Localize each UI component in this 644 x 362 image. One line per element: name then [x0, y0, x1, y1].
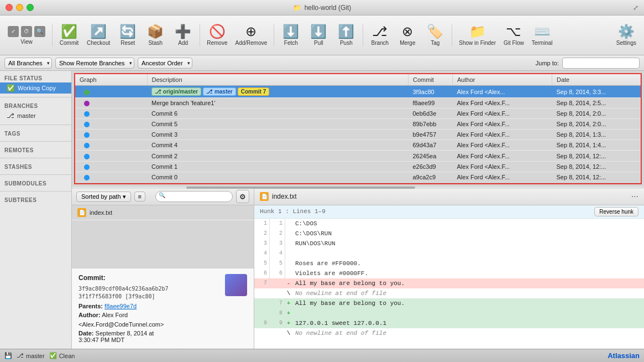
- diff-line: 55 Roses are #FF0000.: [254, 258, 644, 268]
- remote-filter-wrap[interactable]: Show Remote Branches: [55, 58, 134, 69]
- graph-dot: [84, 111, 90, 117]
- toolbar-view[interactable]: ✓ ⏱ 🔍 View: [4, 19, 49, 52]
- sidebar-divider-2: [0, 125, 71, 125]
- toolbar-add[interactable]: ➕ Add: [170, 19, 196, 52]
- table-row[interactable]: Commit 60eb6d3eAlex Ford <Alex.F...Sep 8…: [75, 108, 641, 119]
- branch-filter-wrap[interactable]: All Branches: [4, 58, 52, 69]
- description-cell: Commit 2: [147, 151, 409, 161]
- author-cell: Alex Ford <Alex.F...: [453, 151, 552, 161]
- table-row[interactable]: ⎇ origin/master⎇ masterCommit 73f9ac80Al…: [75, 86, 641, 98]
- toolbar-remove[interactable]: 🚫 Remove: [203, 19, 231, 52]
- remote-filter[interactable]: Show Remote Branches: [55, 58, 134, 69]
- table-row[interactable]: Merge branch 'feature1'f8aee99Alex Ford …: [75, 98, 641, 108]
- titlebar-right: ⤢: [633, 4, 638, 12]
- toolbar-pull[interactable]: ⬇️ Pull: [305, 19, 332, 52]
- sort-button[interactable]: Sorted by path ▾: [76, 192, 131, 202]
- table-row[interactable]: Commit 1e26c3d9Alex Ford <Alex.F...Sep 8…: [75, 161, 641, 172]
- toolbar-show-in-finder[interactable]: 📁 Show in Finder: [455, 19, 499, 52]
- fetch-icon: ⬇️: [282, 25, 299, 38]
- toolbar-branch[interactable]: ⎇ Branch: [366, 19, 393, 52]
- diff-line: 7-All my base are belong to you.: [254, 278, 644, 288]
- author-label: Author:: [78, 312, 101, 318]
- toolbar-git-flow[interactable]: ⌥ Git Flow: [500, 19, 527, 52]
- table-row[interactable]: Commit 0a9ca2c9Alex Ford <Alex.F...Sep 8…: [75, 172, 641, 182]
- diff-line: 99+127.0.0.1 sweet 127.0.0.1: [254, 318, 644, 328]
- sidebar-divider-5: [0, 174, 71, 175]
- date-cell: Sep 8, 2014, 12:...: [552, 172, 641, 182]
- statusbar-branch: ⎇ master: [17, 352, 45, 359]
- sidebar-item-master[interactable]: ⎇ master: [0, 110, 71, 121]
- content-area: Graph Description Commit Author Date ⎇ o…: [72, 71, 644, 349]
- toolbar-terminal[interactable]: ⌨️ Terminal: [528, 19, 556, 52]
- parent-link[interactable]: f8aee99e7d: [104, 303, 137, 309]
- working-copy-icon: ✅: [7, 84, 15, 92]
- toolbar-add-remove[interactable]: ⊕ Add/Remove: [232, 19, 271, 52]
- toolbar-commit[interactable]: ✅ Commit: [56, 19, 82, 52]
- line-content: Violets are #0000FF.: [292, 268, 644, 278]
- table-row[interactable]: Commit 589b7ebbAlex Ford <Alex.F...Sep 8…: [75, 119, 641, 130]
- toolbar-fetch[interactable]: ⬇️ Fetch: [278, 19, 304, 52]
- sidebar-divider-6: [0, 191, 71, 192]
- line-num-old: 9: [254, 318, 270, 328]
- line-num-old: 6: [254, 268, 270, 278]
- commit-list[interactable]: Graph Description Commit Author Date ⎇ o…: [75, 74, 641, 183]
- file-item-indextxt[interactable]: 📄 index.txt: [72, 205, 254, 220]
- col-graph: Graph: [75, 74, 147, 86]
- maximize-button[interactable]: [27, 4, 34, 11]
- branch-tag-origin: ⎇ origin/master: [151, 87, 201, 96]
- jump-to-input[interactable]: [562, 58, 640, 69]
- line-prefix: +: [285, 318, 292, 328]
- graph-cell: [75, 161, 147, 172]
- description-cell: Commit 0: [147, 172, 409, 182]
- branch-filter[interactable]: All Branches: [4, 58, 52, 69]
- file-search-input[interactable]: [155, 191, 233, 202]
- toolbar-merge[interactable]: ⊗ Merge: [394, 19, 421, 52]
- reverse-hunk-button[interactable]: Reverse hunk: [594, 207, 638, 216]
- file-search-wrap: [155, 191, 233, 202]
- table-row[interactable]: Commit 469d43a7Alex Ford <Alex.F...Sep 8…: [75, 140, 641, 151]
- filterbar: All Branches Show Remote Branches Ancest…: [0, 55, 644, 71]
- file-list-gear-button[interactable]: ⚙: [236, 190, 249, 203]
- line-num-new: 4: [270, 249, 285, 258]
- avatar-image: [225, 274, 247, 296]
- list-view-button[interactable]: ≡: [134, 192, 145, 201]
- graph-cell: [75, 172, 147, 182]
- sidebar-section-file-status: FILE STATUS ✅ Working Copy: [0, 71, 71, 96]
- sidebar-divider-3: [0, 141, 71, 142]
- graph-dot: [84, 132, 90, 138]
- push-icon: ⬆️: [338, 25, 354, 38]
- toolbar-checkout[interactable]: ↗️ Checkout: [83, 19, 113, 52]
- window-controls[interactable]: [6, 4, 34, 11]
- sidebar-item-working-copy[interactable]: ✅ Working Copy: [0, 82, 71, 94]
- addremove-icon: ⊕: [245, 25, 256, 38]
- jump-to-label: Jump to:: [536, 60, 559, 66]
- table-row[interactable]: Commit 3b9e4757Alex Ford <Alex.F...Sep 8…: [75, 130, 641, 140]
- order-filter-wrap[interactable]: Ancestor Order: [138, 58, 192, 69]
- line-num-old: 4: [254, 249, 270, 258]
- toolbar-stash[interactable]: 📦 Stash: [142, 19, 169, 52]
- line-prefix: +: [285, 298, 292, 308]
- commit-hash: 3f9ac809cdf00a4c9236aa6b2b73f1f7f5683f00…: [78, 285, 221, 301]
- line-num-new: 7: [270, 298, 285, 308]
- diff-line: 66 Violets are #0000FF.: [254, 268, 644, 278]
- sidebar-section-tags: TAGS: [0, 126, 71, 140]
- close-button[interactable]: [6, 4, 13, 11]
- date-cell: Sep 8, 2014, 2:5...: [552, 98, 641, 108]
- window-title: 📁 hello-world (Git): [293, 4, 352, 12]
- toolbar-settings[interactable]: ⚙️ Settings: [613, 19, 640, 52]
- line-num-new: 8: [270, 308, 285, 318]
- toolbar-tag[interactable]: 🏷️ Tag: [422, 19, 448, 52]
- description-cell: Commit 5: [147, 119, 409, 130]
- diff-more-button[interactable]: ···: [631, 192, 638, 201]
- minimize-button[interactable]: [16, 4, 23, 11]
- author-cell: Alex Ford <Alex.F...: [453, 119, 552, 130]
- toolbar-reset[interactable]: 🔄 Reset: [114, 19, 141, 52]
- sidebar-section-branches: BRANCHES ⎇ master: [0, 99, 71, 123]
- table-row[interactable]: Commit 226245eaAlex Ford <Alex.F...Sep 8…: [75, 151, 641, 161]
- date-cell: Sep 8, 2014, 1:4...: [552, 140, 641, 151]
- description-cell: Merge branch 'feature1': [147, 98, 409, 108]
- diff-content: Hunk 1 : Lines 1–9 Reverse hunk 11 C:\DO…: [254, 205, 644, 349]
- statusbar-check-icon-wrap: ✅ Clean: [49, 352, 75, 359]
- order-filter[interactable]: Ancestor Order: [138, 58, 192, 69]
- toolbar-push[interactable]: ⬆️ Push: [333, 19, 359, 52]
